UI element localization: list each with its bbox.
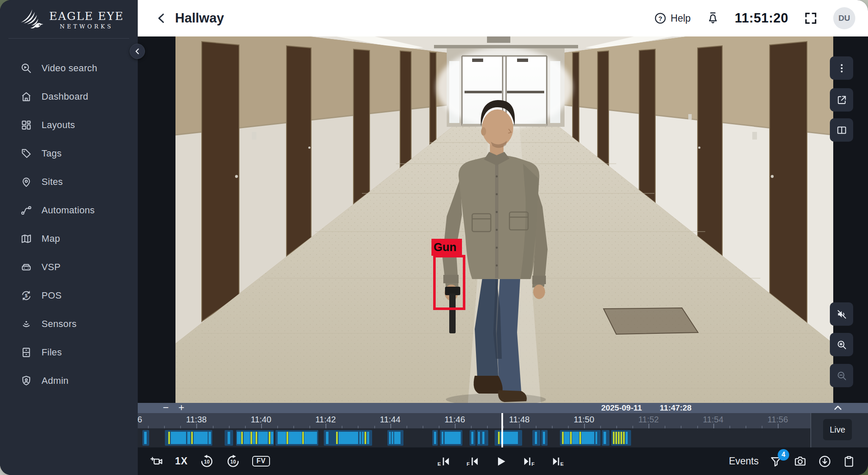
- avatar[interactable]: DU: [833, 7, 855, 29]
- recording-run: [278, 432, 286, 444]
- add-clip-button[interactable]: [150, 455, 163, 468]
- svg-text:E: E: [437, 461, 441, 467]
- sidebar-item-vsp[interactable]: VSP: [0, 253, 138, 281]
- play-button[interactable]: [495, 455, 507, 468]
- sidebar-item-dashboard[interactable]: Dashboard: [0, 82, 138, 111]
- snapshot-button[interactable]: [793, 455, 807, 468]
- brand-logo: EAGLE EYE NETWORKS: [0, 0, 138, 38]
- back-button[interactable]: [156, 12, 168, 25]
- fullscreen-icon: [804, 11, 818, 25]
- sidebar-item-video-search[interactable]: Video search: [0, 54, 138, 82]
- sidebar-collapse-button[interactable]: [130, 44, 145, 59]
- recording-run: [394, 432, 401, 444]
- fullscreen-button[interactable]: [804, 11, 818, 25]
- zoom-in-button[interactable]: [830, 333, 853, 356]
- playback-control-bar: 1X 10 10 FV E: [138, 447, 868, 475]
- sidebar-item-sensors[interactable]: Sensors: [0, 310, 138, 338]
- playhead-datetime: 2025-09-11 11:47:28: [601, 403, 691, 413]
- activity-segment: [324, 430, 372, 446]
- sidebar-item-sites[interactable]: Sites: [0, 168, 138, 196]
- volume-muted-icon: [836, 309, 847, 320]
- mute-button[interactable]: [830, 302, 853, 326]
- events-button[interactable]: Events: [729, 455, 759, 467]
- tick-label: 11:48: [509, 415, 530, 425]
- open-in-new-window-button[interactable]: [830, 88, 853, 112]
- next-event-button[interactable]: E: [551, 455, 565, 468]
- playhead-time: 11:47:28: [660, 403, 692, 413]
- sidebar-item-layouts[interactable]: Layouts: [0, 111, 138, 139]
- event-marker: [287, 432, 288, 444]
- video-clip-add-icon: [150, 455, 163, 468]
- rewind-10-button[interactable]: 10: [200, 454, 214, 469]
- live-button[interactable]: Live: [823, 419, 852, 440]
- sidebar-item-label: Video search: [42, 63, 97, 74]
- sidebar-item-map[interactable]: Map: [0, 224, 138, 253]
- sidebar-item-admin[interactable]: Admin: [0, 366, 138, 395]
- sensors-icon: [20, 318, 32, 330]
- sidebar-item-tags[interactable]: Tags: [0, 139, 138, 168]
- full-video-button[interactable]: FV: [252, 456, 270, 467]
- sidebar-item-label: Tags: [42, 148, 62, 159]
- tick-mark: [778, 424, 779, 428]
- recording-run: [209, 432, 211, 444]
- event-marker: [618, 432, 620, 444]
- sidebar-item-pos[interactable]: $POS: [0, 281, 138, 310]
- recording-run: [389, 432, 391, 444]
- next-event-icon: E: [551, 455, 565, 468]
- files-icon: [20, 346, 32, 358]
- sidebar-item-label: VSP: [42, 262, 61, 273]
- events-filter-button[interactable]: 4: [770, 455, 782, 468]
- event-marker: [579, 432, 581, 444]
- chevron-left-icon: [133, 47, 142, 56]
- split-view-button[interactable]: [830, 118, 853, 142]
- zoom-out-button[interactable]: [830, 364, 853, 387]
- svg-text:10: 10: [204, 459, 210, 465]
- recording-run: [326, 432, 328, 444]
- timeline-zoom-out-button[interactable]: −: [160, 402, 171, 414]
- tick-label: 11:36: [138, 415, 142, 425]
- previous-frame-button[interactable]: F: [466, 455, 480, 468]
- topbar: Hallway ? Help 11:51:20: [138, 0, 868, 36]
- recording-run: [501, 432, 518, 444]
- forward-10-button[interactable]: 10: [226, 454, 240, 469]
- tick-label: 11:40: [251, 415, 272, 425]
- sidebar-item-automations[interactable]: Automations: [0, 196, 138, 224]
- activity-segment: [142, 430, 149, 446]
- activity-segment: [470, 430, 476, 446]
- activity-segment: [236, 430, 274, 446]
- notifications-button[interactable]: [706, 11, 720, 25]
- clipboard-button[interactable]: [843, 455, 855, 468]
- kebab-menu-icon: [836, 63, 847, 74]
- event-marker: [613, 432, 615, 444]
- admin-icon: [20, 375, 32, 387]
- previous-event-button[interactable]: E: [437, 455, 451, 468]
- sidebar-item-label: Sensors: [42, 319, 77, 330]
- timeline-zoom-in-button[interactable]: +: [176, 402, 187, 414]
- activity-segment: [432, 430, 438, 446]
- timeline-ticks: 11:3611:3811:4011:4211:4411:4611:4811:50…: [138, 413, 810, 428]
- brand-subname: NETWORKS: [49, 23, 124, 30]
- recording-run: [595, 432, 597, 444]
- events-count-badge: 4: [778, 449, 789, 461]
- recording-run: [482, 432, 484, 444]
- timeline-activity-track[interactable]: [138, 428, 810, 447]
- next-frame-button[interactable]: F: [522, 455, 536, 468]
- timeline-playhead[interactable]: [501, 413, 503, 447]
- download-button[interactable]: [818, 455, 832, 468]
- tick-label: 11:38: [186, 415, 207, 425]
- recording-run: [237, 432, 241, 444]
- brand-name: EAGLE EYE: [49, 10, 124, 22]
- sidebar-item-label: Layouts: [42, 120, 75, 131]
- recording-run: [445, 432, 461, 444]
- sidebar-item-files[interactable]: Files: [0, 338, 138, 366]
- help-button[interactable]: ? Help: [654, 12, 690, 25]
- recording-run: [359, 432, 361, 444]
- tick-label: 11:54: [703, 415, 723, 425]
- activity-segment: [387, 430, 403, 446]
- more-options-button[interactable]: [830, 56, 853, 80]
- video-canvas[interactable]: Gun: [175, 36, 833, 403]
- timeline-collapse-button[interactable]: [832, 403, 844, 413]
- tick-mark: [519, 424, 520, 428]
- tick-label: 11:42: [315, 415, 336, 425]
- playback-speed-button[interactable]: 1X: [175, 455, 188, 467]
